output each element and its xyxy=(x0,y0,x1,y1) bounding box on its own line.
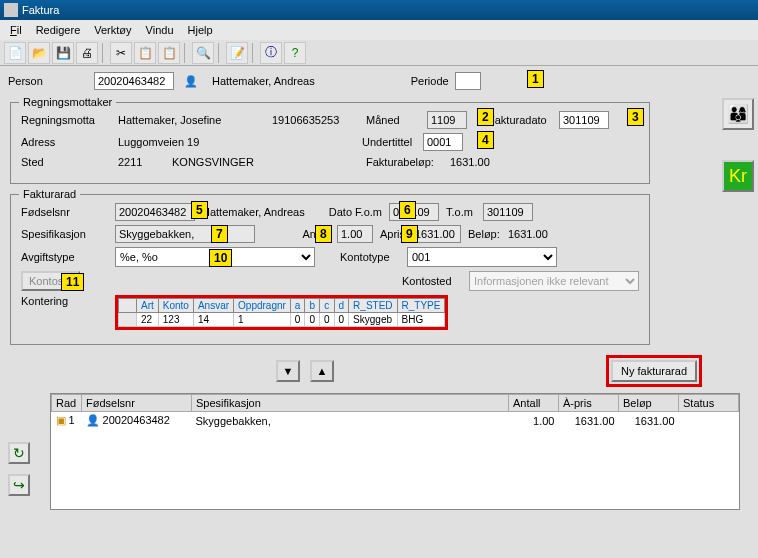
fnr-label: Fødselsnr xyxy=(21,206,111,218)
sted-name: KONGSVINGER xyxy=(169,155,359,169)
family-icon[interactable]: 👨‍👩‍👦 xyxy=(722,98,754,130)
belop-label: Beløp: xyxy=(465,227,501,241)
kontosted-combo: Informasjonen ikke relevant xyxy=(469,271,639,291)
periode-label: Periode xyxy=(411,75,449,87)
avgift-label: Avgiftstype xyxy=(21,251,111,263)
window-title: Faktura xyxy=(22,4,59,16)
content: 👨‍👩‍👦 Kr Regningsmottaker Regningsmotta … xyxy=(0,96,758,516)
grid-row[interactable]: ▣ 1 👤 20020463482 Skyggebakken, 1.00 163… xyxy=(52,412,739,430)
tom-label: T.o.m xyxy=(443,205,479,219)
nav-row: ▼ ▲ Ny fakturarad xyxy=(10,355,710,387)
fakturabelop-label: Fakturabeløp: xyxy=(363,155,443,169)
fakturarad-group: Fakturarad Fødselsnr Hattemaker, Andreas… xyxy=(10,194,650,345)
person-row: Person 👤 Hattemaker, Andreas Periode 1 xyxy=(0,66,758,96)
fakturabelop-value: 1631.00 xyxy=(447,155,493,169)
info-icon[interactable]: ⓘ xyxy=(260,42,282,64)
belop-value: 1631.00 xyxy=(505,227,551,241)
kontering-table: ArtKonto AnsvarOppdragnr ab cd R_STEDR_T… xyxy=(115,295,448,330)
annotation-5: 5 xyxy=(191,201,208,219)
tool-icon[interactable]: 📝 xyxy=(226,42,248,64)
annotation-2: 2 xyxy=(477,108,494,126)
antall-field[interactable] xyxy=(337,225,373,243)
paste-icon[interactable]: 📋 xyxy=(158,42,180,64)
ny-fakturarad-wrap: Ny fakturarad xyxy=(606,355,702,387)
menu-bar: Fil Redigere Verktøy Vindu Hjelp xyxy=(0,20,758,40)
fakturadato-field[interactable] xyxy=(559,111,609,129)
annotation-9: 9 xyxy=(401,225,418,243)
print-icon[interactable]: 🖨 xyxy=(76,42,98,64)
tom-field[interactable] xyxy=(483,203,533,221)
apris-field[interactable] xyxy=(411,225,461,243)
redo-icon[interactable]: ↪ xyxy=(8,474,30,496)
undertittel-label: Undertittel xyxy=(359,135,419,149)
kontering-row[interactable]: 22123 141 00 00 SkyggebBHG xyxy=(119,313,445,327)
annotation-3: 3 xyxy=(627,108,644,126)
kontotype-combo[interactable]: 001 xyxy=(407,247,557,267)
undertittel-field[interactable] xyxy=(423,133,463,151)
fakturarad-legend: Fakturarad xyxy=(19,188,80,200)
motta-id: 19106635253 xyxy=(269,113,359,127)
periode-input[interactable] xyxy=(455,72,481,90)
toolbar: 📄 📂 💾 🖨 ✂ 📋 📋 🔍 📝 ⓘ ? xyxy=(0,40,758,66)
preview-icon[interactable]: 🔍 xyxy=(192,42,214,64)
sted-code: 2211 xyxy=(115,155,165,169)
person-label: Person xyxy=(8,75,88,87)
annotation-10: 10 xyxy=(209,249,232,267)
new-icon[interactable]: 📄 xyxy=(4,42,26,64)
refresh-icon[interactable]: ↻ xyxy=(8,442,30,464)
annotation-6: 6 xyxy=(399,201,416,219)
down-arrow-icon[interactable]: ▼ xyxy=(276,360,300,382)
up-arrow-icon[interactable]: ▲ xyxy=(310,360,334,382)
copy-icon[interactable]: 📋 xyxy=(134,42,156,64)
save-icon[interactable]: 💾 xyxy=(52,42,74,64)
open-icon[interactable]: 📂 xyxy=(28,42,50,64)
fakturadato-label: Fakturadato xyxy=(485,113,555,127)
datofom-label: Dato F.o.m xyxy=(323,205,385,219)
app-icon xyxy=(4,3,18,17)
menu-vindu[interactable]: Vindu xyxy=(140,22,180,38)
titlebar: Faktura xyxy=(0,0,758,20)
help-icon[interactable]: ? xyxy=(284,42,306,64)
money-icon[interactable]: Kr xyxy=(722,160,754,192)
motta-label: Regningsmotta xyxy=(21,114,111,126)
spes-label: Spesifikasjon xyxy=(21,228,111,240)
spes-field[interactable] xyxy=(115,225,255,243)
regnings-legend: Regningsmottaker xyxy=(19,96,116,108)
kontotype-label: Kontotype xyxy=(337,250,403,264)
fnr-field[interactable] xyxy=(115,203,195,221)
motta-name: Hattemaker, Josefine xyxy=(115,113,265,127)
menu-hjelp[interactable]: Hjelp xyxy=(182,22,219,38)
cut-icon[interactable]: ✂ xyxy=(110,42,132,64)
kontering-label: Kontering xyxy=(21,295,111,307)
menu-verktoy[interactable]: Verktøy xyxy=(88,22,137,38)
sted-label: Sted xyxy=(21,156,111,168)
menu-redigere[interactable]: Redigere xyxy=(30,22,87,38)
menu-fil[interactable]: Fil xyxy=(4,22,28,38)
person-name: Hattemaker, Andreas xyxy=(212,75,315,87)
person-lookup-icon[interactable]: 👤 xyxy=(180,75,202,88)
regningsmottaker-group: Regningsmottaker Regningsmotta Hattemake… xyxy=(10,102,650,184)
annotation-1: 1 xyxy=(527,70,544,88)
annotation-11: 11 xyxy=(61,273,84,291)
annotation-4: 4 xyxy=(477,131,494,149)
kontosted-label: Kontosted xyxy=(399,274,465,288)
person-id-input[interactable] xyxy=(94,72,174,90)
bottom-grid: Rad Fødselsnr Spesifikasjon Antall À-pri… xyxy=(50,393,740,510)
ny-fakturarad-button[interactable]: Ny fakturarad xyxy=(611,360,697,382)
fnr-name: Hattemaker, Andreas xyxy=(199,205,319,219)
maned-field[interactable] xyxy=(427,111,467,129)
annotation-7: 7 xyxy=(211,225,228,243)
maned-label: Måned xyxy=(363,113,423,127)
adress-label: Adress xyxy=(21,136,111,148)
adress-value: Luggomveien 19 xyxy=(115,135,355,149)
annotation-8: 8 xyxy=(315,225,332,243)
